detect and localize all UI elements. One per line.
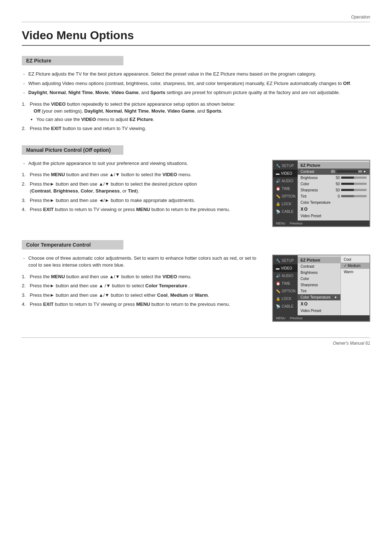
- cable-icon: 📡: [276, 210, 280, 214]
- color-temp-text: Choose one of three automatic color adju…: [22, 255, 265, 312]
- manual-picture-text: Adjust the picture appearance to suit yo…: [22, 160, 265, 217]
- lock-icon: 🔒: [276, 202, 280, 206]
- audio2-icon: 🔊: [276, 274, 280, 278]
- sidebar2-cable: 📡CABLE: [273, 303, 298, 310]
- tv2-row-brightness: Brightness: [298, 270, 340, 276]
- sidebar2-audio: 🔊AUDIO: [273, 272, 298, 280]
- tv2-row-colortemp: Color Temperature ►: [298, 294, 340, 300]
- lock2-icon: 🔒: [276, 297, 280, 301]
- tv-bottom-1: MENU Previous: [273, 220, 369, 226]
- tv-menu-screenshot-1: 🔧SETUP ▬VIDEO 🔊AUDIO ⏰TIME: [272, 160, 370, 227]
- header-label: Operation: [351, 15, 370, 20]
- manual-picture-header: Manual Picture Control (Off option): [22, 145, 123, 155]
- color-step-2: 2. Press the► button and then use ▲ /▼ b…: [22, 282, 265, 289]
- color-temp-section: Color Temperature Control Choose one of …: [22, 240, 370, 322]
- video-icon: ▬: [276, 171, 279, 175]
- tv2-row-xo: XO: [298, 300, 340, 308]
- manual-picture-section: Manual Picture Control (Off option) Adju…: [22, 145, 370, 227]
- tv-menu-inner-2: 🔧SETUP ▬VIDEO 🔊AUDIO ⏰TIME: [273, 255, 369, 315]
- color-step-1: 1. Press the MENU button and then use ▲/…: [22, 273, 265, 280]
- manual-picture-bullets: Adjust the picture appearance to suit yo…: [22, 160, 265, 167]
- tv-row-contrast: Contrast 85 ►: [298, 169, 369, 175]
- tv-main-title-2: EZ Picture: [298, 257, 340, 263]
- header-bar: Operation: [22, 15, 370, 22]
- tv2-row-color: Color: [298, 276, 340, 282]
- manual-step-3: 3. Press the► button and then use ◄/► bu…: [22, 197, 265, 204]
- option2-icon: ✏️: [276, 289, 280, 293]
- manual-picture-steps: 1. Press the MENU button and then use ▲/…: [22, 171, 265, 213]
- tv-bottom-2: MENU Previous: [273, 315, 369, 321]
- time2-icon: ⏰: [276, 281, 280, 285]
- manual-picture-content: Adjust the picture appearance to suit yo…: [22, 160, 370, 227]
- footer-bar: Owner's Manual 61: [22, 337, 370, 346]
- page-title: Video Menu Options: [22, 29, 370, 46]
- manual-step-1: 1. Press the MENU button and then use ▲/…: [22, 171, 265, 178]
- step-2: 2. Press the EXIT button to save and ret…: [22, 125, 370, 132]
- submenu-medium: Medium: [341, 263, 369, 269]
- bullet-2: When adjusting Video menu options (contr…: [22, 80, 370, 87]
- submenu-cool: Cool: [341, 256, 369, 263]
- color-temp-steps: 1. Press the MENU button and then use ▲/…: [22, 273, 265, 308]
- tv-row-videopreset: Video Preset: [298, 213, 369, 219]
- sidebar2-time: ⏰TIME: [273, 280, 298, 287]
- tv-menu-inner-1: 🔧SETUP ▬VIDEO 🔊AUDIO ⏰TIME: [273, 161, 369, 220]
- tv-menu-1: 🔧SETUP ▬VIDEO 🔊AUDIO ⏰TIME: [272, 160, 370, 227]
- tv2-row-ezpic: Contrast: [298, 263, 340, 270]
- step-1: 1. Press the VIDEO button repeatedly to …: [22, 101, 370, 123]
- color-step-3: 3. Press the► button and then use ▲/▼ bu…: [22, 292, 265, 299]
- tv-sidebar-1: 🔧SETUP ▬VIDEO 🔊AUDIO ⏰TIME: [273, 161, 298, 220]
- color-temp-bullets: Choose one of three automatic color adju…: [22, 255, 265, 269]
- sidebar2-setup: 🔧SETUP: [273, 257, 298, 264]
- tv-main-title-1: EZ Picture: [298, 162, 369, 169]
- tv-row-colortemp: Color Temperature: [298, 199, 369, 206]
- tv2-row-videopreset: Video Preset: [298, 308, 340, 314]
- tv-row-sharpness: Sharpness 50: [298, 187, 369, 193]
- tv-menu-2: 🔧SETUP ▬VIDEO 🔊AUDIO ⏰TIME: [272, 255, 370, 322]
- tv-main-1: EZ Picture Contrast 85 ►: [298, 161, 369, 220]
- sidebar-video: ▬VIDEO: [273, 170, 298, 177]
- sidebar-option: ✏️OPTION: [273, 193, 298, 200]
- tv-row-xo: XO: [298, 206, 369, 213]
- cable2-icon: 📡: [276, 304, 280, 308]
- sidebar-setup: 🔧SETUP: [273, 162, 298, 170]
- color-temp-content: Choose one of three automatic color adju…: [22, 255, 370, 322]
- sidebar-audio: 🔊AUDIO: [273, 177, 298, 185]
- sidebar-cable: 📡CABLE: [273, 208, 298, 215]
- sidebar2-lock: 🔒LOCK: [273, 295, 298, 303]
- tv-row-tint: Tint 0: [298, 193, 369, 199]
- ez-picture-bullets: EZ Picture adjusts the TV for the best p…: [22, 70, 370, 96]
- tv-submenu-2: Cool Medium Warm: [340, 255, 369, 315]
- setup2-icon: 🔧: [276, 259, 280, 263]
- color-temp-header: Color Temperature Control: [22, 240, 123, 250]
- tv2-row-tint: Tint: [298, 288, 340, 294]
- bullet-1: EZ Picture adjusts the TV for the best p…: [22, 70, 370, 78]
- submenu-warm: Warm: [341, 269, 369, 275]
- tv-row-brightness: Brightness 50: [298, 175, 369, 181]
- sidebar2-video: ▬VIDEO: [273, 264, 298, 272]
- manual-step-4: 4. Press EXIT button to return to TV vie…: [22, 206, 265, 213]
- option-icon: ✏️: [276, 194, 280, 198]
- ez-picture-steps: 1. Press the VIDEO button repeatedly to …: [22, 101, 370, 132]
- page-wrapper: Operation Video Menu Options EZ Picture …: [0, 0, 392, 357]
- ez-picture-section: EZ Picture EZ Picture adjusts the TV for…: [22, 56, 370, 132]
- tv-row-color: Color 50: [298, 181, 369, 187]
- tv2-row-sharpness: Sharpness: [298, 282, 340, 288]
- color-step-4: 4. Press EXIT button to return to TV vie…: [22, 301, 265, 308]
- time-icon: ⏰: [276, 187, 280, 191]
- footer-label: Owner's Manual 61: [333, 341, 370, 346]
- tv-main-2: EZ Picture Contrast Brightness Color: [298, 255, 340, 315]
- tv-sidebar-2: 🔧SETUP ▬VIDEO 🔊AUDIO ⏰TIME: [273, 255, 298, 315]
- video2-icon: ▬: [276, 266, 279, 270]
- tv-menu-screenshot-2: 🔧SETUP ▬VIDEO 🔊AUDIO ⏰TIME: [272, 255, 370, 322]
- sidebar-time: ⏰TIME: [273, 185, 298, 193]
- ez-picture-header: EZ Picture: [22, 56, 123, 65]
- setup-icon: 🔧: [276, 164, 280, 168]
- bullet-3: Daylight, Normal, Night Time, Movie, Vid…: [22, 89, 370, 96]
- color-bullet-1: Choose one of three automatic color adju…: [22, 255, 265, 269]
- manual-bullet-1: Adjust the picture appearance to suit yo…: [22, 160, 265, 167]
- manual-step-2: 2. Press the► button and then use ▲/▼ bu…: [22, 181, 265, 195]
- audio-icon: 🔊: [276, 179, 280, 183]
- sidebar-lock: 🔒LOCK: [273, 200, 298, 208]
- sidebar2-option: ✏️OPTION: [273, 287, 298, 295]
